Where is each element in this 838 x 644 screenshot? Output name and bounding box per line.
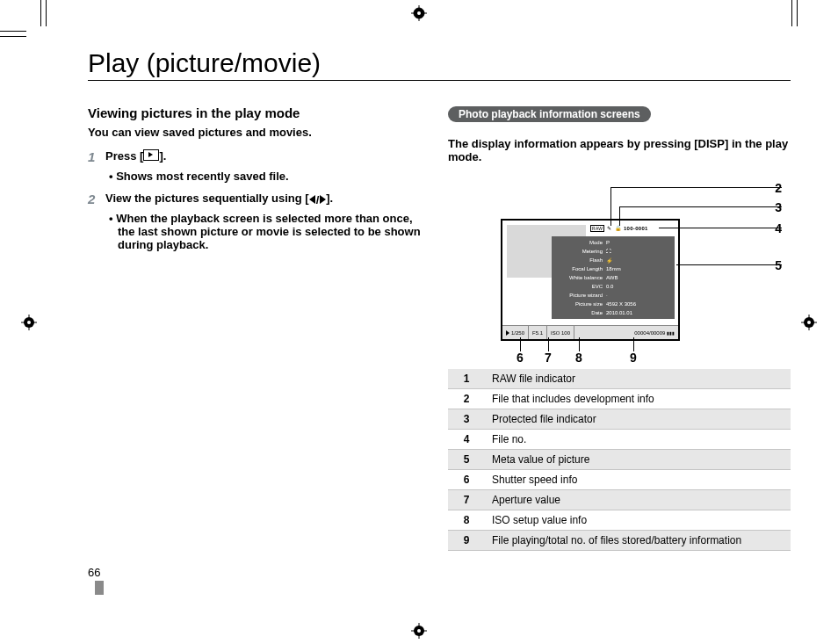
meta-panel: ModePMetering⛶Flash⚡Focal Length18mmWhit… bbox=[552, 236, 675, 319]
meta-label: Metering bbox=[554, 249, 606, 254]
step-2-number: 2 bbox=[88, 192, 98, 206]
svg-point-12 bbox=[27, 321, 31, 324]
meta-value: ⛶ bbox=[606, 249, 672, 254]
svg-point-16 bbox=[807, 321, 811, 324]
meta-row: Picture size4592 X 3056 bbox=[554, 300, 672, 308]
meta-row: ModeP bbox=[554, 238, 672, 247]
step-1: 1 Press []. bbox=[88, 149, 422, 164]
meta-row: EVC0.0 bbox=[554, 282, 672, 291]
callout-8: 8 bbox=[575, 351, 582, 365]
meta-value: 2010.01.01 bbox=[606, 310, 672, 315]
playback-screen-diagram: RAW ✎ 🔒 100-0001 ModePMetering⛶Flash⚡Foc… bbox=[457, 170, 791, 364]
step-1-text: Press []. bbox=[105, 149, 422, 164]
callout-2-line-v bbox=[610, 187, 611, 226]
count-cell: 00004/00009 ▮▮▮ bbox=[631, 326, 678, 339]
callout-3-line bbox=[619, 206, 782, 207]
legend-desc: File playing/total no. of files stored/b… bbox=[485, 531, 791, 551]
meta-row: Picture wizard· bbox=[554, 291, 672, 300]
meta-label: Mode bbox=[554, 240, 606, 245]
meta-value: 0.0 bbox=[606, 284, 672, 289]
legend-desc: Aperture value bbox=[485, 490, 791, 510]
legend-number: 3 bbox=[448, 409, 485, 430]
legend-number: 8 bbox=[448, 510, 485, 531]
play-triangle-icon bbox=[506, 330, 509, 336]
meta-row: Focal Length18mm bbox=[554, 264, 672, 273]
table-row: 7Aperture value bbox=[448, 490, 791, 510]
callout-4-line bbox=[659, 228, 782, 228]
meta-row: Metering⛶ bbox=[554, 247, 672, 256]
legend-number: 7 bbox=[448, 490, 485, 510]
callout-5: 5 bbox=[775, 258, 782, 272]
play-icon bbox=[143, 149, 159, 161]
iso-cell: ISO 100 bbox=[547, 326, 574, 339]
meta-value: AWB bbox=[606, 275, 672, 280]
callout-5-line bbox=[676, 264, 782, 265]
legend-desc: File that includes development info bbox=[485, 389, 791, 409]
meta-value: · bbox=[606, 293, 672, 298]
meta-value: ⚡ bbox=[606, 257, 672, 264]
page-title: Play (picture/movie) bbox=[88, 48, 791, 81]
meta-row: Date2010.01.01 bbox=[554, 308, 672, 317]
legend-number: 6 bbox=[448, 470, 485, 490]
table-row: 4File no. bbox=[448, 430, 791, 450]
callout-3-line-v bbox=[619, 206, 620, 226]
legend-number: 9 bbox=[448, 531, 485, 551]
left-intro: You can view saved pictures and movies. bbox=[88, 126, 422, 139]
meta-label: Picture wizard bbox=[554, 293, 606, 298]
meta-value: P bbox=[606, 240, 672, 245]
legend-desc: Shutter speed info bbox=[485, 470, 791, 490]
registration-mark-left bbox=[21, 315, 37, 330]
dev-info-icon: ✎ bbox=[607, 225, 611, 231]
lock-icon: 🔒 bbox=[615, 225, 621, 231]
meta-label: Picture size bbox=[554, 301, 606, 307]
table-row: 3Protected file indicator bbox=[448, 409, 791, 430]
battery-icon: ▮▮▮ bbox=[667, 330, 675, 336]
step-1-bullet: Shows most recently saved file. bbox=[109, 170, 422, 183]
callout-3: 3 bbox=[775, 200, 782, 214]
callout-9: 9 bbox=[630, 351, 637, 365]
disp-instruction: The display information appears by press… bbox=[448, 137, 791, 163]
callout-8-line bbox=[579, 337, 580, 351]
step-2: 2 View the pictures sequentially using [… bbox=[88, 192, 422, 206]
table-row: 6Shutter speed info bbox=[448, 470, 791, 490]
callout-9-line bbox=[633, 337, 634, 351]
legend-desc: Meta value of picture bbox=[485, 450, 791, 470]
meta-row: White balanceAWB bbox=[554, 273, 672, 282]
table-row: 5Meta value of picture bbox=[448, 450, 791, 470]
callout-2-line bbox=[610, 187, 782, 188]
aperture-cell: F5.1 bbox=[529, 326, 547, 339]
legend-desc: Protected file indicator bbox=[485, 409, 791, 430]
meta-label: Focal Length bbox=[554, 266, 606, 271]
callout-7: 7 bbox=[545, 351, 552, 365]
bottom-info-bar: 1/250 F5.1 ISO 100 00004/00009 ▮▮▮ bbox=[502, 325, 678, 339]
meta-value: 4592 X 3056 bbox=[606, 301, 672, 307]
table-row: 8ISO setup value info bbox=[448, 510, 791, 531]
file-number: 100-0001 bbox=[624, 226, 648, 231]
shutter-cell: 1/250 bbox=[502, 326, 529, 339]
page-number-tab bbox=[95, 581, 104, 595]
table-row: 2File that includes development info bbox=[448, 389, 791, 409]
legend-desc: ISO setup value info bbox=[485, 510, 791, 531]
meta-row: Flash⚡ bbox=[554, 256, 672, 264]
registration-mark-bottom bbox=[411, 623, 427, 639]
svg-point-8 bbox=[417, 629, 421, 633]
crop-mark-h2 bbox=[0, 36, 26, 37]
meta-label: Flash bbox=[554, 257, 606, 263]
step-2-text: View the pictures sequentially using [/]… bbox=[105, 192, 422, 206]
legend-number: 5 bbox=[448, 450, 485, 470]
page-number: 66 bbox=[88, 566, 104, 595]
legend-desc: File no. bbox=[485, 430, 791, 450]
table-row: 1RAW file indicator bbox=[448, 369, 791, 389]
legend-table: 1RAW file indicator2File that includes d… bbox=[448, 369, 791, 551]
crop-mark-h1 bbox=[0, 31, 26, 32]
meta-label: Date bbox=[554, 310, 606, 315]
callout-6: 6 bbox=[517, 351, 524, 365]
callout-4: 4 bbox=[775, 221, 782, 235]
callout-2: 2 bbox=[775, 181, 782, 195]
svg-point-4 bbox=[417, 11, 421, 15]
top-indicator-bar: RAW ✎ 🔒 100-0001 bbox=[590, 225, 648, 232]
meta-label: EVC bbox=[554, 284, 606, 289]
left-right-arrows-icon: / bbox=[309, 193, 327, 206]
meta-label: White balance bbox=[554, 275, 606, 280]
camera-screen: RAW ✎ 🔒 100-0001 ModePMetering⛶Flash⚡Foc… bbox=[501, 219, 680, 341]
